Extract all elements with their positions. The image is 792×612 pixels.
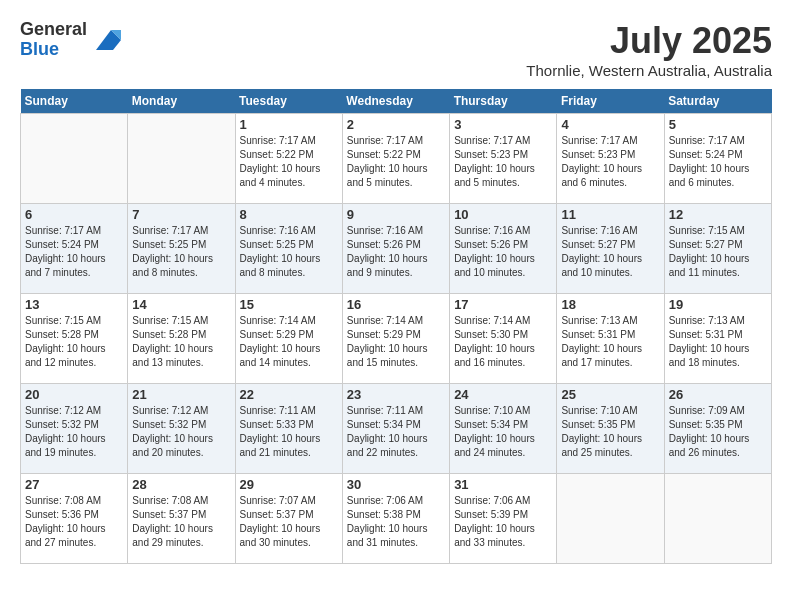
calendar-cell: 28Sunrise: 7:08 AM Sunset: 5:37 PM Dayli…	[128, 474, 235, 564]
day-number: 28	[132, 477, 230, 492]
calendar-cell: 13Sunrise: 7:15 AM Sunset: 5:28 PM Dayli…	[21, 294, 128, 384]
calendar-week-row: 20Sunrise: 7:12 AM Sunset: 5:32 PM Dayli…	[21, 384, 772, 474]
day-info: Sunrise: 7:06 AM Sunset: 5:38 PM Dayligh…	[347, 494, 445, 550]
calendar-cell: 2Sunrise: 7:17 AM Sunset: 5:22 PM Daylig…	[342, 114, 449, 204]
day-number: 16	[347, 297, 445, 312]
calendar-cell: 24Sunrise: 7:10 AM Sunset: 5:34 PM Dayli…	[450, 384, 557, 474]
day-number: 12	[669, 207, 767, 222]
day-number: 25	[561, 387, 659, 402]
day-info: Sunrise: 7:17 AM Sunset: 5:25 PM Dayligh…	[132, 224, 230, 280]
calendar-cell	[664, 474, 771, 564]
day-info: Sunrise: 7:16 AM Sunset: 5:27 PM Dayligh…	[561, 224, 659, 280]
calendar-cell: 26Sunrise: 7:09 AM Sunset: 5:35 PM Dayli…	[664, 384, 771, 474]
day-info: Sunrise: 7:13 AM Sunset: 5:31 PM Dayligh…	[561, 314, 659, 370]
calendar-cell: 12Sunrise: 7:15 AM Sunset: 5:27 PM Dayli…	[664, 204, 771, 294]
weekday-header-wednesday: Wednesday	[342, 89, 449, 114]
weekday-header-monday: Monday	[128, 89, 235, 114]
calendar-cell: 9Sunrise: 7:16 AM Sunset: 5:26 PM Daylig…	[342, 204, 449, 294]
logo: General Blue	[20, 20, 121, 60]
day-info: Sunrise: 7:15 AM Sunset: 5:27 PM Dayligh…	[669, 224, 767, 280]
calendar-cell: 5Sunrise: 7:17 AM Sunset: 5:24 PM Daylig…	[664, 114, 771, 204]
day-info: Sunrise: 7:16 AM Sunset: 5:25 PM Dayligh…	[240, 224, 338, 280]
day-number: 22	[240, 387, 338, 402]
day-info: Sunrise: 7:17 AM Sunset: 5:24 PM Dayligh…	[669, 134, 767, 190]
day-info: Sunrise: 7:12 AM Sunset: 5:32 PM Dayligh…	[25, 404, 123, 460]
calendar-cell: 19Sunrise: 7:13 AM Sunset: 5:31 PM Dayli…	[664, 294, 771, 384]
day-info: Sunrise: 7:11 AM Sunset: 5:33 PM Dayligh…	[240, 404, 338, 460]
calendar-week-row: 1Sunrise: 7:17 AM Sunset: 5:22 PM Daylig…	[21, 114, 772, 204]
weekday-header-sunday: Sunday	[21, 89, 128, 114]
day-number: 17	[454, 297, 552, 312]
day-info: Sunrise: 7:11 AM Sunset: 5:34 PM Dayligh…	[347, 404, 445, 460]
calendar-week-row: 13Sunrise: 7:15 AM Sunset: 5:28 PM Dayli…	[21, 294, 772, 384]
calendar-cell: 30Sunrise: 7:06 AM Sunset: 5:38 PM Dayli…	[342, 474, 449, 564]
logo-general-text: General	[20, 20, 87, 40]
calendar-cell: 7Sunrise: 7:17 AM Sunset: 5:25 PM Daylig…	[128, 204, 235, 294]
calendar-cell: 16Sunrise: 7:14 AM Sunset: 5:29 PM Dayli…	[342, 294, 449, 384]
day-number: 1	[240, 117, 338, 132]
calendar-week-row: 6Sunrise: 7:17 AM Sunset: 5:24 PM Daylig…	[21, 204, 772, 294]
day-info: Sunrise: 7:08 AM Sunset: 5:36 PM Dayligh…	[25, 494, 123, 550]
calendar-cell: 25Sunrise: 7:10 AM Sunset: 5:35 PM Dayli…	[557, 384, 664, 474]
calendar-cell: 8Sunrise: 7:16 AM Sunset: 5:25 PM Daylig…	[235, 204, 342, 294]
day-info: Sunrise: 7:13 AM Sunset: 5:31 PM Dayligh…	[669, 314, 767, 370]
calendar-cell: 21Sunrise: 7:12 AM Sunset: 5:32 PM Dayli…	[128, 384, 235, 474]
day-number: 13	[25, 297, 123, 312]
day-info: Sunrise: 7:17 AM Sunset: 5:22 PM Dayligh…	[240, 134, 338, 190]
day-number: 3	[454, 117, 552, 132]
weekday-header-thursday: Thursday	[450, 89, 557, 114]
day-info: Sunrise: 7:06 AM Sunset: 5:39 PM Dayligh…	[454, 494, 552, 550]
day-number: 2	[347, 117, 445, 132]
calendar-week-row: 27Sunrise: 7:08 AM Sunset: 5:36 PM Dayli…	[21, 474, 772, 564]
calendar-cell: 3Sunrise: 7:17 AM Sunset: 5:23 PM Daylig…	[450, 114, 557, 204]
calendar-header: SundayMondayTuesdayWednesdayThursdayFrid…	[21, 89, 772, 114]
day-info: Sunrise: 7:16 AM Sunset: 5:26 PM Dayligh…	[347, 224, 445, 280]
calendar-cell: 17Sunrise: 7:14 AM Sunset: 5:30 PM Dayli…	[450, 294, 557, 384]
calendar-cell: 15Sunrise: 7:14 AM Sunset: 5:29 PM Dayli…	[235, 294, 342, 384]
day-info: Sunrise: 7:15 AM Sunset: 5:28 PM Dayligh…	[132, 314, 230, 370]
calendar-cell	[128, 114, 235, 204]
day-number: 27	[25, 477, 123, 492]
day-number: 31	[454, 477, 552, 492]
weekday-header-row: SundayMondayTuesdayWednesdayThursdayFrid…	[21, 89, 772, 114]
day-number: 4	[561, 117, 659, 132]
day-number: 7	[132, 207, 230, 222]
calendar-cell	[557, 474, 664, 564]
day-info: Sunrise: 7:07 AM Sunset: 5:37 PM Dayligh…	[240, 494, 338, 550]
day-number: 24	[454, 387, 552, 402]
day-info: Sunrise: 7:14 AM Sunset: 5:29 PM Dayligh…	[347, 314, 445, 370]
day-info: Sunrise: 7:14 AM Sunset: 5:29 PM Dayligh…	[240, 314, 338, 370]
calendar-cell: 23Sunrise: 7:11 AM Sunset: 5:34 PM Dayli…	[342, 384, 449, 474]
day-number: 21	[132, 387, 230, 402]
logo-icon	[91, 25, 121, 55]
day-number: 18	[561, 297, 659, 312]
day-number: 9	[347, 207, 445, 222]
day-info: Sunrise: 7:17 AM Sunset: 5:22 PM Dayligh…	[347, 134, 445, 190]
day-number: 8	[240, 207, 338, 222]
weekday-header-friday: Friday	[557, 89, 664, 114]
day-info: Sunrise: 7:14 AM Sunset: 5:30 PM Dayligh…	[454, 314, 552, 370]
day-info: Sunrise: 7:17 AM Sunset: 5:23 PM Dayligh…	[454, 134, 552, 190]
day-info: Sunrise: 7:08 AM Sunset: 5:37 PM Dayligh…	[132, 494, 230, 550]
calendar-cell: 1Sunrise: 7:17 AM Sunset: 5:22 PM Daylig…	[235, 114, 342, 204]
day-number: 15	[240, 297, 338, 312]
weekday-header-saturday: Saturday	[664, 89, 771, 114]
calendar-cell: 11Sunrise: 7:16 AM Sunset: 5:27 PM Dayli…	[557, 204, 664, 294]
day-number: 10	[454, 207, 552, 222]
day-info: Sunrise: 7:12 AM Sunset: 5:32 PM Dayligh…	[132, 404, 230, 460]
day-info: Sunrise: 7:10 AM Sunset: 5:34 PM Dayligh…	[454, 404, 552, 460]
day-number: 23	[347, 387, 445, 402]
calendar-cell: 14Sunrise: 7:15 AM Sunset: 5:28 PM Dayli…	[128, 294, 235, 384]
calendar-cell: 10Sunrise: 7:16 AM Sunset: 5:26 PM Dayli…	[450, 204, 557, 294]
day-number: 6	[25, 207, 123, 222]
calendar-cell: 6Sunrise: 7:17 AM Sunset: 5:24 PM Daylig…	[21, 204, 128, 294]
calendar-cell	[21, 114, 128, 204]
calendar-cell: 29Sunrise: 7:07 AM Sunset: 5:37 PM Dayli…	[235, 474, 342, 564]
title-block: July 2025 Thornlie, Western Australia, A…	[526, 20, 772, 79]
day-number: 26	[669, 387, 767, 402]
calendar-cell: 31Sunrise: 7:06 AM Sunset: 5:39 PM Dayli…	[450, 474, 557, 564]
page-header: General Blue July 2025 Thornlie, Western…	[20, 20, 772, 79]
calendar-table: SundayMondayTuesdayWednesdayThursdayFrid…	[20, 89, 772, 564]
day-number: 30	[347, 477, 445, 492]
calendar-cell: 27Sunrise: 7:08 AM Sunset: 5:36 PM Dayli…	[21, 474, 128, 564]
